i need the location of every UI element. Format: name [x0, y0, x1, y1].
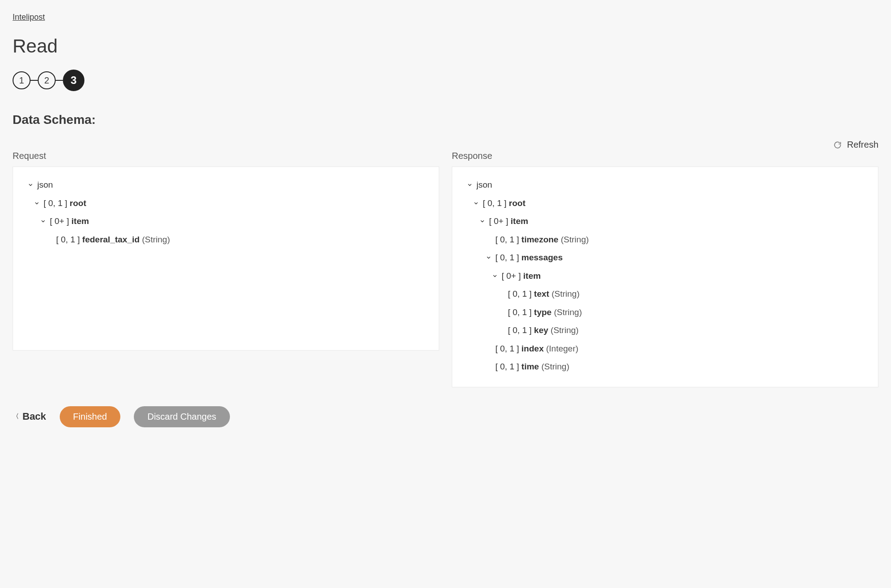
- refresh-button[interactable]: Refresh: [834, 140, 878, 150]
- tree-node-label: [ 0+ ] item: [489, 215, 528, 228]
- tree-node-label: [ 0+ ] item: [502, 270, 541, 283]
- request-header: Request: [13, 151, 439, 161]
- response-node-text[interactable]: [ 0, 1 ] text (String): [461, 285, 869, 303]
- response-node-json[interactable]: json: [461, 176, 869, 194]
- response-header: Response: [452, 151, 878, 161]
- tree-node-label: [ 0, 1 ] messages: [495, 251, 563, 264]
- chevron-left-icon: 〈: [13, 412, 19, 421]
- tree-node-label: [ 0, 1 ] timezone (String): [495, 233, 589, 246]
- refresh-label: Refresh: [847, 140, 878, 150]
- response-node-root[interactable]: [ 0, 1 ] root: [461, 194, 869, 213]
- finished-button[interactable]: Finished: [60, 406, 121, 427]
- tree-node-label: [ 0+ ] item: [50, 215, 89, 228]
- tree-node-label: [ 0, 1 ] index (Integer): [495, 342, 578, 355]
- request-node-root[interactable]: [ 0, 1 ] root: [22, 194, 430, 213]
- tree-node-label: json: [476, 179, 492, 192]
- response-node-messages[interactable]: [ 0, 1 ] messages: [461, 249, 869, 267]
- chevron-down-icon[interactable]: [27, 182, 34, 188]
- page-title: Read: [13, 35, 878, 57]
- response-node-timezone[interactable]: [ 0, 1 ] timezone (String): [461, 231, 869, 249]
- tree-node-label: [ 0, 1 ] text (String): [508, 288, 579, 301]
- step-connector: [56, 80, 63, 81]
- tree-node-label: [ 0, 1 ] federal_tax_id (String): [56, 233, 170, 246]
- response-node-item[interactable]: [ 0+ ] item: [461, 267, 869, 285]
- chevron-down-icon[interactable]: [473, 201, 479, 206]
- tree-node-label: [ 0, 1 ] time (String): [495, 360, 569, 373]
- back-label: Back: [22, 411, 46, 422]
- chevron-down-icon[interactable]: [492, 273, 498, 279]
- tree-node-label: [ 0, 1 ] root: [483, 197, 525, 210]
- chevron-down-icon[interactable]: [467, 182, 473, 188]
- response-column: Response json[ 0, 1 ] root[ 0+ ] item[ 0…: [452, 151, 878, 387]
- tree-node-label: [ 0, 1 ] key (String): [508, 324, 578, 337]
- chevron-down-icon[interactable]: [485, 255, 492, 260]
- request-column: Request json[ 0, 1 ] root[ 0+ ] item[ 0,…: [13, 151, 439, 351]
- stepper: 123: [13, 70, 878, 91]
- response-node-type[interactable]: [ 0, 1 ] type (String): [461, 303, 869, 322]
- request-node-json[interactable]: json: [22, 176, 430, 194]
- step-connector: [31, 80, 38, 81]
- response-node-index[interactable]: [ 0, 1 ] index (Integer): [461, 340, 869, 358]
- request-panel: json[ 0, 1 ] root[ 0+ ] item[ 0, 1 ] fed…: [13, 167, 439, 351]
- refresh-icon: [834, 141, 842, 149]
- back-button[interactable]: 〈 Back: [13, 411, 46, 422]
- request-node-federal_tax_id[interactable]: [ 0, 1 ] federal_tax_id (String): [22, 231, 430, 249]
- chevron-down-icon[interactable]: [34, 201, 40, 206]
- step-3[interactable]: 3: [63, 70, 84, 91]
- tree-node-label: json: [37, 179, 53, 192]
- discard-changes-button[interactable]: Discard Changes: [134, 406, 229, 427]
- section-title: Data Schema:: [13, 113, 878, 127]
- chevron-down-icon[interactable]: [40, 219, 46, 224]
- response-node-item[interactable]: [ 0+ ] item: [461, 212, 869, 231]
- response-node-key[interactable]: [ 0, 1 ] key (String): [461, 321, 869, 340]
- step-2[interactable]: 2: [38, 71, 56, 89]
- step-1[interactable]: 1: [13, 71, 31, 89]
- chevron-down-icon[interactable]: [479, 219, 485, 224]
- tree-node-label: [ 0, 1 ] type (String): [508, 306, 582, 319]
- response-panel: json[ 0, 1 ] root[ 0+ ] item[ 0, 1 ] tim…: [452, 167, 878, 387]
- tree-node-label: [ 0, 1 ] root: [44, 197, 86, 210]
- response-node-time[interactable]: [ 0, 1 ] time (String): [461, 358, 869, 376]
- request-node-item[interactable]: [ 0+ ] item: [22, 212, 430, 231]
- breadcrumb-link[interactable]: Intelipost: [13, 13, 45, 22]
